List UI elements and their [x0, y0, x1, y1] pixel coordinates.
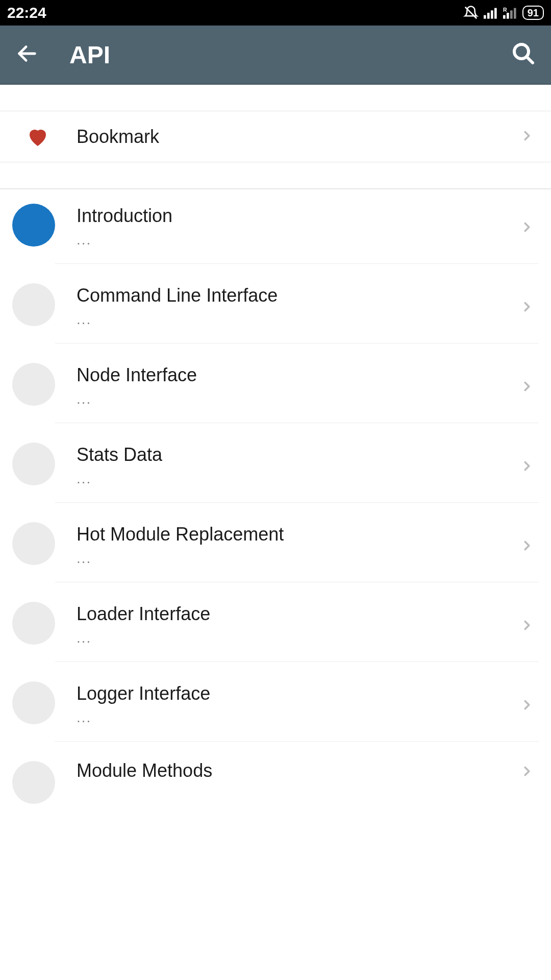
item-title: Node Interface: [77, 364, 519, 386]
bookmark-label: Bookmark: [63, 126, 519, 148]
heart-icon: [12, 125, 63, 149]
svg-rect-3: [491, 10, 493, 18]
search-button[interactable]: [506, 36, 541, 73]
item-title: Loader Interface: [77, 603, 519, 625]
list-item[interactable]: Loader Interface...: [0, 587, 551, 667]
item-title: Logger Interface: [77, 683, 519, 704]
item-title: Introduction: [77, 205, 519, 227]
item-content: Module Methods: [55, 760, 539, 781]
item-content: Stats Data...: [55, 442, 539, 503]
svg-text:R: R: [503, 7, 507, 13]
item-subtitle: ...: [77, 550, 519, 567]
chevron-right-icon: [519, 455, 539, 476]
list-item[interactable]: Command Line Interface...: [0, 269, 551, 349]
section-gap: [0, 162, 551, 189]
item-content: Command Line Interface...: [55, 282, 539, 344]
list-item[interactable]: Stats Data...: [0, 428, 551, 508]
item-subtitle: ...: [77, 311, 519, 328]
item-avatar: [12, 522, 55, 565]
status-right: R 91: [463, 5, 544, 20]
chevron-right-icon: [519, 761, 539, 781]
list-item[interactable]: Hot Module Replacement...: [0, 508, 551, 587]
app-bar: API: [0, 26, 551, 85]
item-avatar: [12, 602, 55, 645]
item-content: Logger Interface...: [55, 680, 539, 742]
item-title: Hot Module Replacement: [77, 524, 519, 545]
item-avatar: [12, 363, 55, 406]
chevron-right-icon: [519, 376, 539, 396]
item-subtitle: ...: [77, 391, 519, 407]
svg-rect-7: [507, 13, 509, 19]
bookmark-row[interactable]: Bookmark: [0, 111, 551, 162]
mute-icon: [463, 5, 479, 20]
svg-rect-9: [514, 8, 516, 19]
list-item[interactable]: Logger Interface...: [0, 667, 551, 747]
item-avatar: [12, 204, 55, 247]
list-item[interactable]: Introduction...: [0, 189, 551, 269]
item-content: Introduction...: [55, 203, 539, 264]
item-avatar: [12, 283, 55, 326]
api-list: Introduction...Command Line Interface...…: [0, 189, 551, 809]
item-title: Stats Data: [77, 444, 519, 465]
chevron-right-icon: [519, 535, 539, 555]
chevron-right-icon: [519, 128, 539, 145]
page-title: API: [69, 41, 506, 69]
svg-rect-4: [494, 8, 497, 19]
signal-icon: [484, 7, 498, 19]
battery-level: 91: [528, 7, 539, 18]
item-avatar: [12, 681, 55, 724]
item-content: Loader Interface...: [55, 601, 539, 662]
item-subtitle: ...: [77, 471, 519, 487]
svg-rect-8: [510, 10, 513, 18]
svg-rect-1: [484, 15, 486, 19]
list-item[interactable]: Module Methods: [0, 747, 551, 809]
signal-roaming-icon: R: [503, 7, 517, 19]
battery-icon: 91: [522, 6, 544, 20]
list-item[interactable]: Node Interface...: [0, 349, 551, 428]
item-content: Hot Module Replacement...: [55, 521, 539, 582]
chevron-right-icon: [519, 615, 539, 635]
item-subtitle: ...: [77, 630, 519, 646]
back-button[interactable]: [10, 37, 49, 72]
item-avatar: [12, 761, 55, 804]
chevron-right-icon: [519, 296, 539, 316]
item-content: Node Interface...: [55, 362, 539, 423]
status-bar: 22:24 R 91: [0, 0, 551, 26]
item-title: Command Line Interface: [77, 285, 519, 306]
svg-rect-2: [487, 13, 490, 19]
item-avatar: [12, 443, 55, 485]
item-title: Module Methods: [77, 760, 519, 781]
svg-rect-6: [503, 15, 506, 19]
item-subtitle: ...: [77, 232, 519, 248]
status-time: 22:24: [7, 4, 46, 21]
chevron-right-icon: [519, 216, 539, 237]
section-gap: [0, 85, 551, 111]
item-subtitle: ...: [77, 709, 519, 726]
chevron-right-icon: [519, 694, 539, 715]
svg-line-12: [527, 57, 533, 63]
